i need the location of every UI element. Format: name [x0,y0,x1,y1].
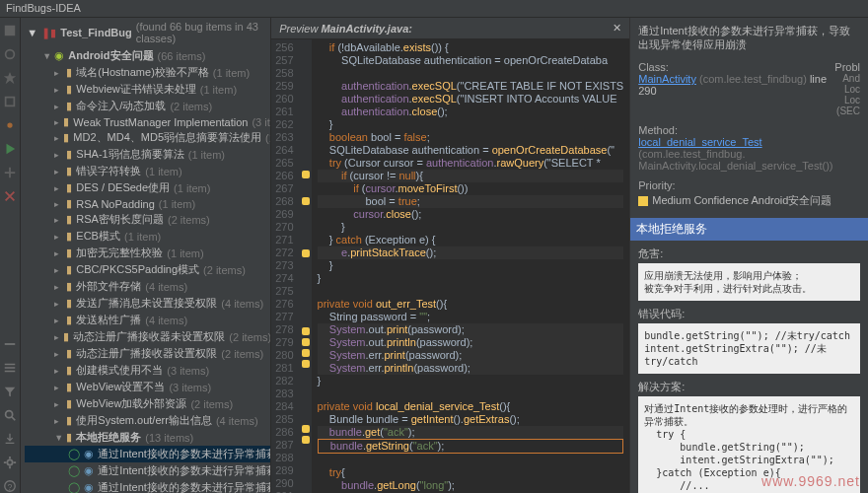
tree-category[interactable]: ▸▮动态注册广播接收器设置权限 (2 items) [25,345,270,362]
bug-tree-panel: ▼ ❚▮ Test_FindBug (found 66 bug items in… [21,18,271,493]
line-number-gutter: 2562572582592602612622632642652662672682… [271,39,299,493]
preview-title: Preview MainActivity.java: [279,23,412,35]
tree-category[interactable]: ▸▮WebView加载外部资源 (2 items) [25,395,270,412]
folder-icon: ▮ [66,246,72,259]
class-link[interactable]: MainActivity [638,73,696,85]
tree-category[interactable]: ▸▮RSA NoPadding (1 item) [25,196,270,211]
method-link[interactable]: local_denial_service_Test [638,136,761,148]
vcs-icon[interactable] [3,166,17,179]
project-icon[interactable] [3,24,17,37]
debug-icon[interactable] [3,118,17,132]
findbugs-icon: ❚▮ [41,27,56,39]
tree-category[interactable]: ▸▮错误字符转换 (1 item) [25,163,270,179]
tree-category[interactable]: ▸▮外部文件存储 (4 items) [25,278,270,295]
tree-category[interactable]: ▸▮动态注册广播接收器未设置权限 (2 items) [25,328,270,345]
tree-category[interactable]: ▸▮ECB模式 (1 item) [25,228,270,245]
folder-icon: ▮ [66,181,72,194]
tree-category[interactable]: ▸▮Weak TrustManager Implementation (3 it… [25,114,270,129]
tree-category[interactable]: ▸▮RSA密钥长度问题 (2 items) [25,211,270,228]
tool-gutter: ? [0,18,21,493]
svg-point-4 [6,411,13,418]
globe-icon: ◉ [84,481,94,493]
bug-bullet-icon: ◯ [68,448,80,460]
tree-category[interactable]: ▸▮发送广播消息未设置接受权限 (4 items) [25,295,270,312]
run-icon[interactable] [3,142,17,156]
globe-icon: ◉ [84,448,94,460]
tree-category[interactable]: ▸▮DES / DESede使用 (1 item) [25,179,270,196]
warning-marker-icon[interactable] [302,327,310,335]
preview-header: Preview MainActivity.java: ✕ [271,18,629,39]
svg-rect-2 [6,98,15,106]
problem-label: Probl [834,61,860,73]
favorites-icon[interactable] [3,71,17,85]
details-section-title: 本地拒绝服务 [630,218,868,241]
gear-icon[interactable] [3,456,17,469]
priority-value: Medium Confidence Android安全问题 [638,193,860,208]
collapse-icon[interactable] [3,361,17,375]
warning-marker-icon[interactable] [302,338,310,346]
warning-marker-icon[interactable] [302,360,310,368]
warning-marker-icon[interactable] [302,425,310,433]
tree-root[interactable]: ▼ ❚▮ Test_FindBug (found 66 bug items in… [21,18,270,47]
warning-marker-icon[interactable] [302,436,310,444]
bug-bullet-icon: ◯ [68,481,80,493]
method-label: Method: [638,124,860,136]
search-icon[interactable] [3,408,17,422]
watermark: www.9969.net [761,473,860,489]
expand-icon[interactable] [3,337,17,351]
filter-icon[interactable] [3,385,17,398]
build-icon[interactable] [3,95,17,108]
structure-icon[interactable] [3,47,17,61]
folder-icon: ▮ [66,100,72,112]
help-icon[interactable]: ? [3,479,17,493]
folder-icon: ▮ [66,314,72,326]
tree-category[interactable]: ▸▮域名(Hostname)校验不严格 (1 item) [25,64,270,81]
tree-category[interactable]: ▸▮创建模式使用不当 (3 items) [25,362,270,379]
close-tool-icon[interactable] [3,189,17,203]
tree-subgroup-localdos[interactable]: ▼ ▮ 本地拒绝服务 (13 items) [25,429,270,446]
tree-category[interactable]: ▸▮使用System.out/err输出信息 (4 items) [25,412,270,429]
folder-icon: ▮ [66,66,72,79]
bug-item[interactable]: ◯◉通过Intent接收的参数未进行异常捕获，导 [25,446,270,462]
tree-category[interactable]: ▸▮命令注入/动态加载 (2 items) [25,98,270,114]
details-panel: 通过Intent接收的参数未进行异常捕获，导致出现异常使得应用崩溃 Class:… [630,18,868,493]
errcode-box: bundle.getString(""); //未try/catch inten… [638,323,860,374]
errcode-label: 错误代码: [638,307,860,321]
globe-icon: ◉ [84,464,94,477]
fix-label: 解决方案: [638,380,860,394]
android-icon: ◉ [54,49,64,62]
tree-category[interactable]: ▸▮发送粘性广播 (4 items) [25,312,270,328]
tree-category[interactable]: ▸▮Webview证书错误未处理 (1 item) [25,81,270,98]
code-area[interactable]: 2562572582592602612622632642652662672682… [271,39,629,493]
warning-marker-icon[interactable] [302,197,310,205]
warning-marker-icon[interactable] [302,349,310,357]
tree-category[interactable]: ▸▮WebView设置不当 (3 items) [25,379,270,395]
code-body[interactable]: if (!dbAvailable.exists()) { SQLiteDatab… [312,39,630,493]
tree-category[interactable]: ▸▮CBC/PKCS5Padding模式 (2 items) [25,261,270,278]
warning-marker-icon[interactable] [302,249,310,257]
folder-icon: ▮ [66,280,72,293]
folder-icon: ▮ [66,83,72,96]
folder-icon: ▮ [63,115,69,128]
tree-category[interactable]: ▸▮SHA-1弱信息摘要算法 (1 item) [25,146,270,163]
warning-marker-icon[interactable] [302,171,310,178]
main-layout: ? ▼ ❚▮ Test_FindBug (found 66 bug items … [0,18,868,493]
danger-label: 危害: [638,246,860,261]
folder-icon: ▮ [66,347,72,360]
tree-category[interactable]: ▸▮MD2、MD4、MD5弱信息摘要算法使用 (1 item) [25,129,270,146]
window-titlebar: FindBugs-IDEA [0,0,868,18]
folder-icon: ▮ [66,297,72,310]
folder-icon: ▮ [63,131,69,144]
export-icon[interactable] [3,432,17,446]
svg-point-1 [6,50,15,59]
close-icon[interactable]: ✕ [613,22,621,35]
tree-group-android[interactable]: ▼ ◉ Android安全问题 (66 items) [25,47,270,64]
bug-item[interactable]: ◯◉通过Intent接收的参数未进行异常捕获，导 [25,479,270,493]
folder-icon: ▮ [63,330,69,343]
danger-text: 应用崩溃无法使用，影响用户体验； 被竞争对手利用，进行针对此点攻击。 [638,263,860,301]
problem-codes: And Loc Loc (SEC [834,73,860,116]
folder-icon: ▮ [66,431,72,444]
svg-rect-0 [5,26,16,36]
bug-item[interactable]: ◯◉通过Intent接收的参数未进行异常捕获，导 [25,462,270,479]
tree-category[interactable]: ▸▮加密无完整性校验 (1 item) [25,245,270,261]
